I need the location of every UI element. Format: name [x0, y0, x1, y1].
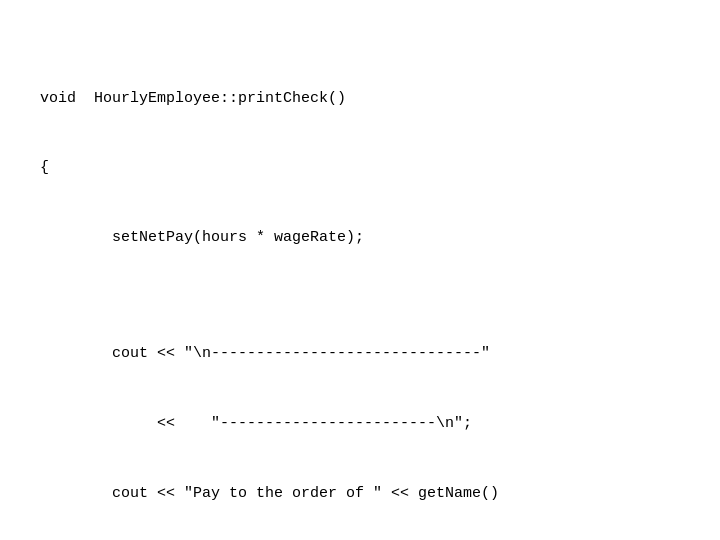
code-line-7: cout << "Pay to the order of " << getNam… — [40, 482, 680, 505]
code-line-1: void HourlyEmployee::printCheck() — [40, 87, 680, 110]
code-line-2: { — [40, 156, 680, 179]
code-line-6: << "------------------------\n"; — [40, 412, 680, 435]
code-block: void HourlyEmployee::printCheck() { setN… — [0, 0, 720, 540]
code-line-3: setNetPay(hours * wageRate); — [40, 226, 680, 249]
code-line-5: cout << "\n-----------------------------… — [40, 342, 680, 365]
